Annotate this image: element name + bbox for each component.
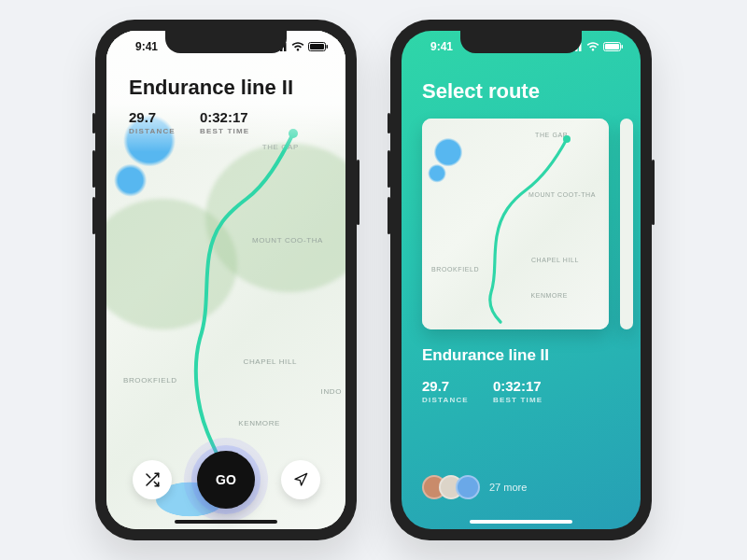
- selected-route-name: Endurance line II: [422, 346, 620, 365]
- best-time-value: 0:32:17: [493, 378, 543, 394]
- avatar-stack: [422, 475, 480, 499]
- home-indicator[interactable]: [470, 520, 572, 524]
- svg-rect-14: [605, 44, 619, 49]
- bottom-controls: GO: [106, 451, 345, 509]
- volume-down-button: [92, 197, 95, 234]
- volume-up-button: [92, 150, 95, 188]
- stat-distance: 29.7 DISTANCE: [129, 109, 176, 135]
- status-time: 9:41: [123, 40, 170, 53]
- route-card[interactable]: THE GAP MOUNT COOT-THA BROOKFIELD CHAPEL…: [422, 119, 609, 329]
- mute-switch: [92, 113, 95, 133]
- svg-rect-15: [622, 45, 624, 49]
- map-label-mount: MOUNT COO-THA: [252, 236, 323, 245]
- power-button: [357, 160, 359, 225]
- notch: [460, 31, 582, 53]
- more-participants: 27 more: [489, 482, 527, 493]
- svg-point-16: [563, 135, 571, 143]
- power-button: [652, 160, 655, 225]
- phone-select-route: 9:41 Select route THE GAP MOUNT COOT-THA…: [390, 20, 652, 540]
- notch: [165, 31, 287, 53]
- route-cards[interactable]: THE GAP MOUNT COOT-THA BROOKFIELD CHAPEL…: [422, 119, 620, 329]
- stat-best-time: 0:32:17 BEST TIME: [200, 109, 249, 135]
- svg-rect-6: [310, 44, 324, 49]
- map-label-indoor: INDO: [321, 387, 342, 396]
- best-time-value: 0:32:17: [200, 109, 249, 125]
- shuffle-icon: [144, 471, 161, 488]
- next-route-card-peek[interactable]: [620, 119, 633, 329]
- distance-label: DISTANCE: [422, 396, 469, 404]
- wifi-icon: [291, 42, 304, 51]
- map-label-kenmore: KENMORE: [238, 419, 280, 427]
- screen-select-route: 9:41 Select route THE GAP MOUNT COOT-THA…: [402, 31, 641, 529]
- selected-route-stats: 29.7 DISTANCE 0:32:17 BEST TIME: [422, 378, 620, 404]
- route-stats: 29.7 DISTANCE 0:32:17 BEST TIME: [129, 109, 323, 135]
- distance-value: 29.7: [422, 378, 469, 394]
- navigation-icon: [293, 472, 308, 487]
- screen-route-detail: THE GAP MOUNT COO-THA BROOKFIELD CHAPEL …: [106, 31, 345, 529]
- mute-switch: [388, 113, 390, 133]
- svg-marker-8: [295, 473, 307, 485]
- volume-down-button: [388, 197, 390, 234]
- map-label-chapel: CHAPEL HILL: [244, 357, 297, 366]
- best-time-label: BEST TIME: [493, 396, 543, 404]
- stat-best-time: 0:32:17 BEST TIME: [493, 378, 543, 404]
- status-time: 9:41: [418, 40, 465, 53]
- select-content: Select route THE GAP MOUNT COOT-THA BROO…: [402, 31, 641, 529]
- battery-icon: [308, 42, 329, 51]
- best-time-label: BEST TIME: [200, 127, 249, 135]
- map-label-brookfield: BROOKFIELD: [123, 376, 177, 385]
- shuffle-button[interactable]: [133, 460, 172, 499]
- distance-value: 29.7: [129, 109, 176, 125]
- volume-up-button: [388, 150, 390, 188]
- select-route-title: Select route: [422, 79, 620, 104]
- participants[interactable]: 27 more: [422, 475, 620, 499]
- phone-route-detail: THE GAP MOUNT COO-THA BROOKFIELD CHAPEL …: [95, 20, 357, 540]
- wifi-icon: [586, 42, 599, 51]
- go-button[interactable]: GO: [197, 451, 255, 509]
- battery-icon: [603, 42, 624, 51]
- home-indicator[interactable]: [175, 520, 277, 524]
- route-title: Endurance line II: [129, 76, 323, 100]
- locate-button[interactable]: [281, 460, 320, 499]
- stat-distance: 29.7 DISTANCE: [422, 378, 469, 404]
- card-route-line: [422, 119, 609, 329]
- distance-label: DISTANCE: [129, 127, 176, 135]
- svg-rect-7: [327, 45, 329, 49]
- avatar: [456, 475, 480, 499]
